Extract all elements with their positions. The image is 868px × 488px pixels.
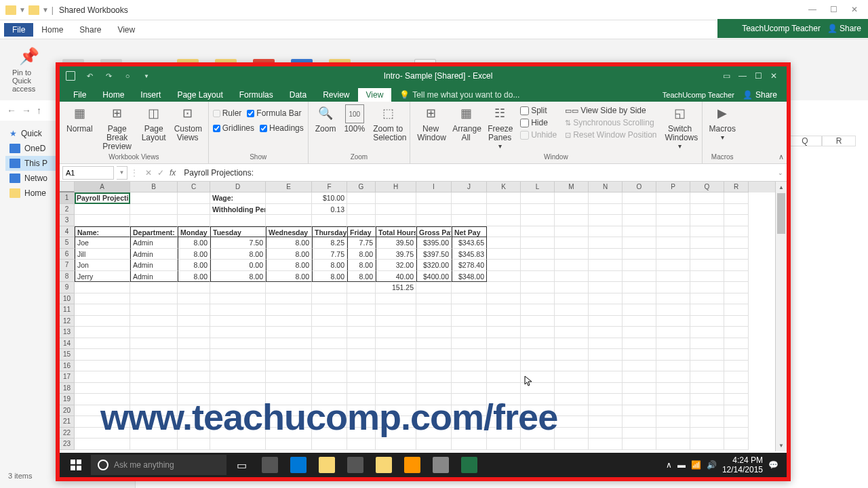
cell[interactable] (452, 204, 487, 216)
cell[interactable] (347, 338, 376, 350)
cell[interactable] (690, 338, 724, 350)
cell[interactable] (266, 215, 312, 226)
cell[interactable]: $320.00 (416, 260, 452, 271)
cell[interactable] (210, 304, 266, 316)
row-header-1[interactable]: 1 (60, 192, 75, 204)
cell[interactable] (555, 383, 589, 394)
cell[interactable] (690, 226, 724, 238)
cell[interactable] (521, 316, 555, 327)
cell[interactable] (690, 383, 724, 394)
cell[interactable] (210, 349, 266, 361)
row-header-10[interactable]: 10 (60, 293, 75, 305)
cell[interactable] (347, 215, 376, 226)
cell[interactable] (210, 371, 266, 383)
cell[interactable] (555, 316, 589, 327)
cell[interactable] (452, 215, 487, 226)
cell[interactable]: 8.00 (266, 260, 312, 271)
cell[interactable] (487, 204, 521, 216)
cell[interactable] (312, 439, 347, 450)
cell[interactable] (555, 349, 589, 361)
cell[interactable] (690, 271, 724, 283)
cell[interactable]: Admin (130, 237, 178, 249)
cell[interactable] (724, 338, 749, 350)
cell[interactable]: Payroll Projections: (75, 192, 130, 204)
cell[interactable] (589, 371, 623, 383)
cell[interactable] (623, 293, 656, 305)
cell[interactable] (266, 316, 312, 327)
tab-formulas[interactable]: Formulas (231, 88, 281, 102)
cell[interactable] (690, 249, 724, 260)
cell[interactable] (656, 304, 690, 316)
cell[interactable] (656, 383, 690, 394)
row-header-9[interactable]: 9 (60, 282, 75, 293)
cell[interactable] (521, 338, 555, 350)
cell[interactable] (416, 282, 452, 293)
column-header-J[interactable]: J (452, 182, 487, 192)
cell[interactable] (724, 394, 749, 405)
cell[interactable] (555, 394, 589, 405)
cell[interactable] (487, 327, 521, 338)
cell[interactable] (555, 439, 589, 450)
cell[interactable] (416, 361, 452, 372)
side-by-side-button[interactable]: ▭▭ View Side by Side (562, 104, 659, 117)
cell[interactable] (521, 327, 555, 338)
cell[interactable] (724, 215, 749, 226)
cell[interactable] (452, 371, 487, 383)
cell[interactable] (178, 293, 210, 305)
start-button[interactable] (62, 453, 90, 476)
cell[interactable]: Withholding Percentage: (210, 204, 266, 216)
cell[interactable] (487, 383, 521, 394)
collapse-ribbon-icon[interactable]: ∧ (778, 152, 784, 161)
cell[interactable] (690, 293, 724, 305)
arrange-all-button[interactable]: ▦Arrange All (450, 103, 482, 144)
up-button[interactable]: ↑ (37, 105, 41, 116)
cell[interactable] (178, 439, 210, 450)
cell[interactable] (656, 204, 690, 216)
cell[interactable]: 7.75 (347, 237, 376, 249)
cell[interactable] (623, 338, 656, 350)
cell[interactable] (416, 215, 452, 226)
row-header-5[interactable]: 5 (60, 237, 75, 249)
column-header-R[interactable]: R (724, 182, 749, 192)
custom-views-button[interactable]: ⊡Custom Views (172, 103, 204, 144)
cell[interactable]: 0.13 (312, 204, 347, 216)
cell[interactable] (656, 428, 690, 439)
cell[interactable] (589, 394, 623, 405)
row-header-21[interactable]: 21 (60, 416, 75, 428)
cell[interactable] (452, 383, 487, 394)
row-header-2[interactable]: 2 (60, 204, 75, 216)
cell[interactable] (487, 237, 521, 249)
cell[interactable] (623, 416, 656, 428)
cell[interactable] (623, 192, 656, 204)
cell[interactable] (487, 226, 521, 238)
row-header-8[interactable]: 8 (60, 271, 75, 283)
cell[interactable] (416, 293, 452, 305)
cell[interactable] (656, 439, 690, 450)
cell[interactable] (376, 361, 416, 372)
tab-insert[interactable]: Insert (132, 88, 169, 102)
cell[interactable]: 40.00 (376, 271, 416, 283)
cell[interactable] (487, 371, 521, 383)
row-header-22[interactable]: 22 (60, 428, 75, 439)
row-header-6[interactable]: 6 (60, 249, 75, 260)
cell[interactable] (521, 293, 555, 305)
redo-button[interactable]: ↷ (102, 69, 115, 83)
cell[interactable] (452, 316, 487, 327)
cell[interactable]: Admin (130, 271, 178, 283)
cell[interactable] (416, 304, 452, 316)
cell[interactable] (589, 215, 623, 226)
cell[interactable] (724, 428, 749, 439)
cell[interactable] (312, 293, 347, 305)
cell[interactable] (623, 237, 656, 249)
share-button[interactable]: 👤 Share (827, 24, 861, 33)
name-box[interactable]: A1 (62, 166, 114, 180)
cell[interactable] (376, 371, 416, 383)
cell[interactable] (521, 192, 555, 204)
taskbar-store[interactable] (342, 453, 369, 476)
cell[interactable]: 39.75 (376, 249, 416, 260)
cell[interactable] (130, 282, 178, 293)
cell[interactable]: 8.00 (178, 260, 210, 271)
cell[interactable]: $343.65 (452, 237, 487, 249)
cell[interactable] (555, 293, 589, 305)
cell[interactable] (690, 192, 724, 204)
